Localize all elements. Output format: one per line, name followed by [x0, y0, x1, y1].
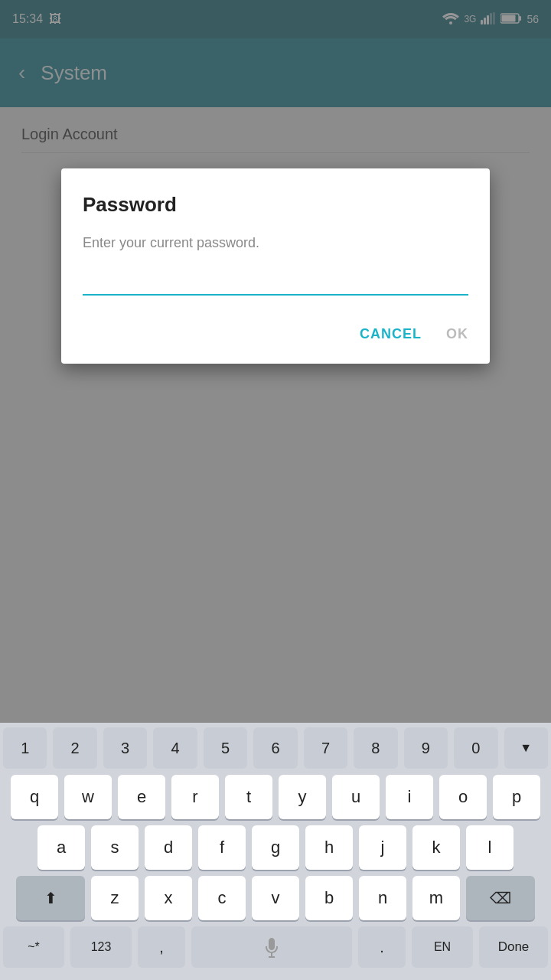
key-j[interactable]: j [359, 825, 406, 870]
password-dialog: Password Enter your current password. CA… [61, 168, 490, 364]
key-k[interactable]: k [412, 825, 460, 870]
password-input[interactable] [83, 266, 468, 291]
key-x[interactable]: x [145, 876, 192, 920]
key-i[interactable]: i [386, 775, 433, 819]
numbers-key[interactable]: 123 [70, 926, 132, 968]
symbols-key[interactable]: ~* [3, 926, 64, 968]
key-t[interactable]: t [225, 775, 272, 819]
key-9[interactable]: 9 [404, 727, 448, 769]
key-s[interactable]: s [91, 825, 139, 870]
key-m[interactable]: m [412, 876, 460, 920]
key-q[interactable]: q [11, 775, 58, 819]
delete-key[interactable]: ⌫ [466, 876, 535, 920]
key-n[interactable]: n [359, 876, 406, 920]
dialog-actions: CANCEL OK [83, 323, 468, 345]
keyboard-row-bottom: ~* 123 , . EN Done [3, 926, 548, 968]
dialog-title: Password [83, 193, 468, 217]
key-8[interactable]: 8 [354, 727, 397, 769]
svg-rect-10 [269, 956, 275, 958]
key-d[interactable]: d [145, 825, 192, 870]
key-5[interactable]: 5 [204, 727, 247, 769]
language-key[interactable]: EN [412, 926, 473, 968]
key-backspace-num[interactable]: ▼ [504, 727, 548, 769]
svg-rect-9 [271, 953, 272, 956]
key-u[interactable]: u [332, 775, 380, 819]
keyboard-row-zxcv: ⬆ z x c v b n m ⌫ [3, 876, 548, 920]
key-z[interactable]: z [91, 876, 139, 920]
key-p[interactable]: p [493, 775, 540, 819]
key-6[interactable]: 6 [253, 727, 297, 769]
keyboard-row-numbers: 1 2 3 4 5 6 7 8 9 0 ▼ [3, 727, 548, 769]
key-o[interactable]: o [439, 775, 487, 819]
key-l[interactable]: l [466, 825, 514, 870]
key-0[interactable]: 0 [454, 727, 497, 769]
keyboard: 1 2 3 4 5 6 7 8 9 0 ▼ q w e r t y u i o … [0, 723, 551, 980]
shift-key[interactable]: ⬆ [16, 876, 85, 920]
key-c[interactable]: c [198, 876, 246, 920]
key-v[interactable]: v [252, 876, 299, 920]
space-key[interactable] [191, 926, 352, 968]
period-key[interactable]: . [358, 926, 406, 968]
key-3[interactable]: 3 [103, 727, 147, 769]
key-y[interactable]: y [279, 775, 326, 819]
key-h[interactable]: h [305, 825, 353, 870]
key-g[interactable]: g [252, 825, 299, 870]
keyboard-row-asdf: a s d f g h j k l [3, 825, 548, 870]
key-e[interactable]: e [118, 775, 165, 819]
done-key[interactable]: Done [479, 926, 548, 968]
comma-key[interactable]: , [138, 926, 185, 968]
key-a[interactable]: a [37, 825, 85, 870]
ok-button[interactable]: OK [446, 323, 468, 345]
key-w[interactable]: w [64, 775, 112, 819]
key-4[interactable]: 4 [153, 727, 197, 769]
key-b[interactable]: b [305, 876, 353, 920]
key-f[interactable]: f [198, 825, 246, 870]
key-1[interactable]: 1 [3, 727, 47, 769]
key-r[interactable]: r [171, 775, 219, 819]
dialog-message: Enter your current password. [83, 235, 468, 251]
keyboard-row-qwerty: q w e r t y u i o p [3, 775, 548, 819]
key-2[interactable]: 2 [53, 727, 96, 769]
cancel-button[interactable]: CANCEL [360, 323, 422, 345]
key-7[interactable]: 7 [304, 727, 347, 769]
password-input-wrap [83, 266, 468, 296]
